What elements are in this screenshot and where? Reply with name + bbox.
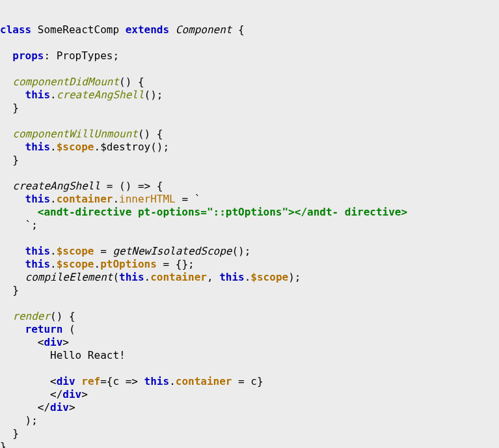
class-name: SomeReactComp: [31, 23, 126, 36]
props-decl: props: [12, 49, 44, 62]
method-render: render: [12, 310, 50, 322]
keyword-extends: extends: [126, 23, 169, 36]
code-block: class SomeReactComp extends Component { …: [0, 0, 499, 448]
method-cwu: componentWillUnmount: [12, 128, 138, 140]
keyword-class: class: [0, 23, 31, 36]
method-createangshell: createAngShell: [12, 180, 100, 192]
jsx-text: Hello React!: [0, 349, 126, 361]
method-cdm: componentDidMount: [12, 76, 119, 88]
superclass: Component: [176, 23, 232, 36]
template-literal: <andt-directive pt-options="::ptOptions"…: [0, 206, 407, 218]
